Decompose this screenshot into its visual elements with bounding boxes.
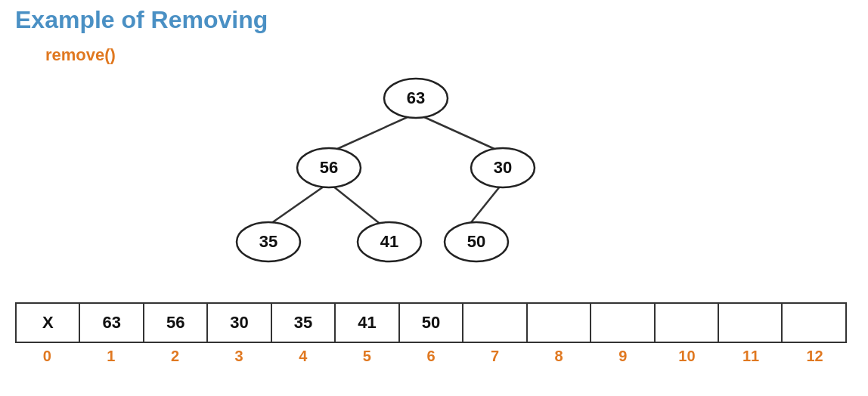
array-cell-6: 50: [399, 303, 463, 342]
node-63-label: 63: [407, 88, 425, 107]
node-35-label: 35: [259, 232, 277, 251]
index-11: 11: [719, 348, 783, 365]
edge-63-30: [416, 113, 503, 153]
tree-svg: 63 56 30 35 41 50: [189, 57, 643, 291]
array-cell-0: X: [16, 303, 79, 342]
node-50-label: 50: [467, 232, 485, 251]
array-cell-1: 63: [79, 303, 143, 342]
node-41-label: 41: [380, 232, 398, 251]
node-56-label: 56: [320, 158, 338, 177]
index-5: 5: [335, 348, 399, 365]
array-cell-7: [463, 303, 526, 342]
tree-diagram: 63 56 30 35 41 50: [189, 57, 643, 291]
node-30-label: 30: [494, 158, 512, 177]
index-0: 0: [15, 348, 79, 365]
edge-30-50: [469, 183, 503, 225]
array-row: X 63 56 30 35 41 50: [16, 303, 846, 342]
edge-63-56: [329, 113, 416, 153]
remove-label: remove(): [45, 45, 116, 65]
array-cell-3: 30: [207, 303, 271, 342]
array-indices: 0 1 2 3 4 5 6 7 8 9 10 11 12: [15, 348, 847, 365]
array-cell-9: [591, 303, 654, 342]
edge-56-35: [268, 183, 329, 225]
array-section: X 63 56 30 35 41 50 0 1 2 3 4 5 6 7 8 9 …: [15, 302, 847, 365]
index-10: 10: [655, 348, 719, 365]
array-table: X 63 56 30 35 41 50: [15, 302, 847, 343]
array-cell-12: [782, 303, 846, 342]
array-cell-5: 41: [335, 303, 398, 342]
index-12: 12: [783, 348, 847, 365]
index-3: 3: [207, 348, 271, 365]
array-cell-11: [718, 303, 782, 342]
index-8: 8: [527, 348, 591, 365]
index-9: 9: [591, 348, 655, 365]
index-4: 4: [271, 348, 335, 365]
index-6: 6: [399, 348, 463, 365]
index-2: 2: [143, 348, 207, 365]
index-7: 7: [463, 348, 527, 365]
array-cell-10: [655, 303, 718, 342]
array-cell-2: 56: [144, 303, 207, 342]
page-title: Example of Removing: [15, 6, 268, 34]
index-1: 1: [79, 348, 144, 365]
array-cell-8: [527, 303, 591, 342]
edge-56-41: [329, 183, 382, 225]
array-cell-4: 35: [271, 303, 335, 342]
